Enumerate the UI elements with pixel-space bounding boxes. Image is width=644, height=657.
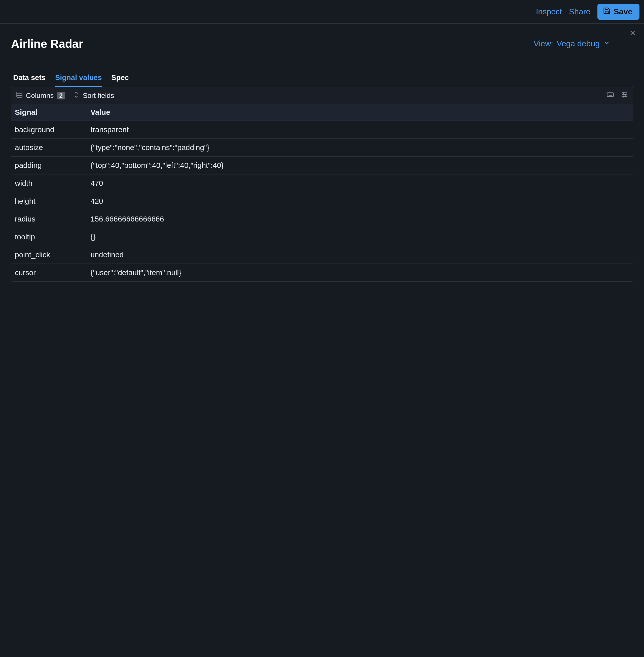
tab-signal-values[interactable]: Signal values [55, 73, 102, 87]
svg-rect-2 [17, 92, 22, 97]
signal-value-cell: {"top":40,"bottom":40,"left":40,"right":… [87, 157, 633, 174]
view-selector[interactable]: View: Vega debug [533, 39, 610, 48]
signal-name-cell: tooltip [11, 228, 87, 246]
signal-name-cell: autosize [11, 139, 87, 157]
signal-name-cell: padding [11, 157, 87, 174]
signal-value-cell: {"user":"default","item":null} [87, 264, 633, 282]
signal-value-cell: 470 [87, 174, 633, 192]
signal-name-cell: cursor [11, 264, 87, 282]
col-header-signal[interactable]: Signal [11, 104, 87, 121]
title-bar: Airline Radar View: Vega debug [0, 24, 644, 64]
table-row[interactable]: width470 [11, 174, 633, 192]
table-row[interactable]: autosize{"type":"none","contains":"paddi… [11, 139, 633, 157]
columns-control[interactable]: Columns 2 [16, 91, 65, 100]
table-toolbar: Columns 2 Sort fields [11, 87, 633, 104]
page-title: Airline Radar [11, 37, 83, 51]
signal-name-cell: radius [11, 210, 87, 228]
columns-label: Columns [26, 92, 54, 100]
keyboard-button[interactable] [606, 91, 614, 100]
chevron-down-icon [603, 39, 610, 48]
svg-rect-5 [607, 93, 614, 97]
signal-value-cell: undefined [87, 246, 633, 264]
signal-value-cell: 420 [87, 192, 633, 210]
signal-name-cell: background [11, 121, 87, 139]
sliders-icon [621, 91, 628, 100]
settings-button[interactable] [621, 91, 628, 100]
columns-count-badge: 2 [56, 92, 65, 99]
close-button[interactable] [629, 29, 637, 39]
table-row[interactable]: backgroundtransparent [11, 121, 633, 139]
signal-name-cell: point_click [11, 246, 87, 264]
signals-panel: Columns 2 Sort fields [11, 87, 633, 282]
view-label: View: [533, 39, 553, 48]
signal-name-cell: height [11, 192, 87, 210]
save-button[interactable]: Save [597, 4, 640, 20]
table-row[interactable]: height420 [11, 192, 633, 210]
signal-value-cell: {"type":"none","contains":"padding"} [87, 139, 633, 157]
view-value: Vega debug [557, 39, 600, 48]
tabs: Data sets Signal values Spec [0, 64, 644, 87]
tab-datasets[interactable]: Data sets [13, 73, 46, 87]
inspect-link[interactable]: Inspect [536, 7, 562, 16]
table-row[interactable]: point_clickundefined [11, 246, 633, 264]
signal-value-cell: transparent [87, 121, 633, 139]
keyboard-icon [606, 91, 614, 100]
save-icon [603, 7, 611, 17]
table-row[interactable]: cursor{"user":"default","item":null} [11, 264, 633, 282]
share-link[interactable]: Share [569, 7, 590, 16]
table-row[interactable]: radius156.66666666666666 [11, 210, 633, 228]
signal-value-cell: 156.66666666666666 [87, 210, 633, 228]
table-row[interactable]: padding{"top":40,"bottom":40,"left":40,"… [11, 157, 633, 174]
signal-value-cell: {} [87, 228, 633, 246]
close-icon [629, 30, 637, 38]
signals-table: Signal Value backgroundtransparentautosi… [11, 104, 633, 281]
sort-label: Sort fields [83, 92, 114, 100]
sort-icon [73, 91, 80, 100]
table-header-row: Signal Value [11, 104, 633, 121]
table-row[interactable]: tooltip{} [11, 228, 633, 246]
sort-fields-control[interactable]: Sort fields [73, 91, 114, 100]
top-action-bar: Inspect Share Save [0, 0, 644, 24]
tab-spec[interactable]: Spec [111, 73, 129, 87]
save-button-label: Save [614, 7, 632, 16]
signal-name-cell: width [11, 174, 87, 192]
col-header-value[interactable]: Value [87, 104, 633, 121]
columns-icon [16, 91, 23, 100]
